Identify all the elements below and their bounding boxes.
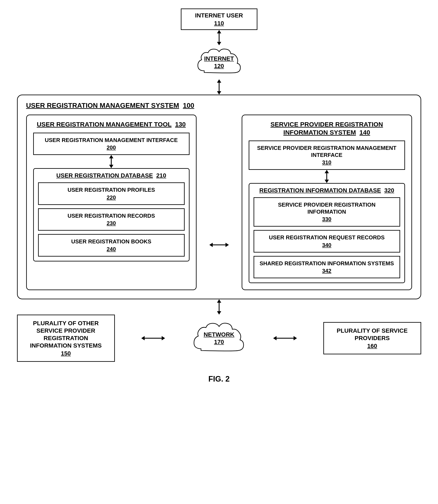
outer-system-container: USER REGISTRATION MANAGEMENT SYSTEM 100 … xyxy=(17,94,421,299)
arrowhead-down-1 xyxy=(217,42,221,45)
sp-reg-info-box: SERVICE PROVIDER REGISTRATION INFORMATIO… xyxy=(253,197,400,227)
horizontal-arrow-lr xyxy=(209,115,229,290)
arrowhead-down-4 xyxy=(325,180,329,183)
plurality-other-box: PLURALITY OF OTHER SERVICE PROVIDER REGI… xyxy=(17,315,115,362)
ur-inner-boxes: USER REGISTRATION PROFILES 220 USER REGI… xyxy=(38,182,185,257)
left-tool-label: USER REGISTRATION MANAGEMENT TOOL 130 xyxy=(37,120,186,128)
left-tool-number: 130 xyxy=(175,121,186,128)
arrowhead-up-3 xyxy=(109,155,113,158)
arrow-line-4 xyxy=(326,173,327,180)
ur-books-box: USER REGISTRATION BOOKS 240 xyxy=(38,234,185,257)
plurality-providers-number: 160 xyxy=(329,343,416,349)
arrow-h-double xyxy=(209,243,229,247)
internet-user-box: INTERNET USER 110 xyxy=(181,9,257,30)
ur-request-records-box: USER REGISTRATION REQUEST RECORDS 340 xyxy=(253,230,400,252)
ur-database-container: USER REGISTRATION DATABASE 210 USER REGI… xyxy=(33,168,189,262)
internet-cloud-svg xyxy=(196,45,242,79)
ur-database-number: 210 xyxy=(156,172,166,179)
shared-reg-number: 342 xyxy=(258,268,395,274)
arrowhead-down-2 xyxy=(217,91,221,94)
left-tool-label-text: USER REGISTRATION MANAGEMENT TOOL xyxy=(37,121,171,128)
ri-inner-boxes: SERVICE PROVIDER REGISTRATION INFORMATIO… xyxy=(253,197,400,278)
arrow-line-3 xyxy=(111,158,112,165)
ur-request-records-number: 340 xyxy=(258,242,395,249)
arrow-h-line-2 xyxy=(145,338,162,339)
left-tool-container: USER REGISTRATION MANAGEMENT TOOL 130 US… xyxy=(26,115,197,290)
arrow-internet-to-system xyxy=(217,79,221,94)
fig-label: FIG. 2 xyxy=(208,375,230,383)
sp-interface-label: SERVICE PROVIDER REGISTRATION MANAGEMENT… xyxy=(253,145,400,158)
ri-database-number: 320 xyxy=(384,187,394,194)
ur-profiles-number: 220 xyxy=(43,194,180,201)
plurality-providers-label: PLURALITY OF SERVICE PROVIDERS xyxy=(329,327,416,342)
arrow-network-to-other xyxy=(141,336,165,340)
ur-profiles-box: USER REGISTRATION PROFILES 220 xyxy=(38,182,185,205)
urm-interface-number: 200 xyxy=(38,144,185,151)
arrow-network-to-providers xyxy=(273,336,297,340)
ri-database-container: REGISTRATION INFORMATION DATABASE 320 SE… xyxy=(249,183,405,283)
bottom-section: PLURALITY OF OTHER SERVICE PROVIDER REGI… xyxy=(17,315,421,362)
plurality-other-label: PLURALITY OF OTHER SERVICE PROVIDER REGI… xyxy=(23,319,109,349)
right-tool-container: SERVICE PROVIDER REGISTRATION INFORMATIO… xyxy=(242,115,412,290)
arrow-sp-to-ri-db xyxy=(325,170,329,183)
internet-cloud: INTERNET 120 xyxy=(196,45,242,79)
plurality-other-number: 150 xyxy=(23,350,109,357)
sp-reg-info-number: 330 xyxy=(258,216,395,222)
ur-database-label-text: USER REGISTRATION DATABASE xyxy=(56,172,153,179)
network-cloud: NETWORK 170 xyxy=(191,319,247,357)
internet-user-number: 110 xyxy=(214,20,224,27)
ur-books-label: USER REGISTRATION BOOKS xyxy=(43,238,180,245)
arrow-line-1 xyxy=(219,33,219,42)
outer-system-label: USER REGISTRATION MANAGEMENT SYSTEM 100 xyxy=(26,102,412,109)
right-tool-number: 140 xyxy=(360,129,370,136)
arrow-urm-to-db xyxy=(109,155,113,168)
sp-interface-box: SERVICE PROVIDER REGISTRATION MANAGEMENT… xyxy=(249,140,405,170)
sp-reg-info-label: SERVICE PROVIDER REGISTRATION INFORMATIO… xyxy=(258,201,395,215)
internet-user-label: INTERNET USER xyxy=(195,12,243,19)
urm-interface-box: USER REGISTRATION MANAGEMENT INTERFACE 2… xyxy=(33,133,189,155)
inner-tools-row: USER REGISTRATION MANAGEMENT TOOL 130 US… xyxy=(26,115,412,290)
ur-database-label: USER REGISTRATION DATABASE 210 xyxy=(56,172,166,179)
ur-profiles-label: USER REGISTRATION PROFILES xyxy=(43,186,180,193)
arrowhead-down-3 xyxy=(109,165,113,168)
ur-books-number: 240 xyxy=(43,246,180,252)
arrow-line-2 xyxy=(219,83,219,91)
ur-records-label: USER REGISTRATION RECORDS xyxy=(43,212,180,219)
arrowhead-up-5 xyxy=(217,299,221,303)
ri-database-label-text: REGISTRATION INFORMATION DATABASE xyxy=(259,187,381,194)
arrowhead-left-3 xyxy=(273,336,276,340)
arrowhead-right-3 xyxy=(294,336,297,340)
arrow-line-5 xyxy=(219,303,219,311)
ri-database-label: REGISTRATION INFORMATION DATABASE 320 xyxy=(259,187,394,194)
arrowhead-left-1 xyxy=(209,243,213,247)
urm-interface-label: USER REGISTRATION MANAGEMENT INTERFACE xyxy=(38,137,185,144)
arrowhead-down-5 xyxy=(217,311,221,315)
ur-request-records-label: USER REGISTRATION REQUEST RECORDS xyxy=(258,234,395,241)
arrowhead-right-1 xyxy=(226,243,229,247)
outer-system-label-text: USER REGISTRATION MANAGEMENT SYSTEM xyxy=(26,102,179,109)
arrow-system-to-network xyxy=(217,299,221,315)
shared-reg-box: SHARED REGISTRATION INFORMATION SYSTEMS … xyxy=(253,256,400,278)
shared-reg-label: SHARED REGISTRATION INFORMATION SYSTEMS xyxy=(258,260,395,267)
diagram: INTERNET USER 110 INTERNET 120 USER REGI… xyxy=(13,9,425,383)
arrow-h-line-3 xyxy=(276,338,294,339)
arrow-h-line-1 xyxy=(213,244,226,245)
network-cloud-svg xyxy=(191,319,247,357)
arrowhead-up-1 xyxy=(217,30,221,33)
arrowhead-up-4 xyxy=(325,170,329,173)
sp-interface-number: 310 xyxy=(253,159,400,166)
ur-records-number: 230 xyxy=(43,220,180,227)
outer-system-number: 100 xyxy=(183,102,194,109)
arrowhead-left-2 xyxy=(141,336,145,340)
arrow-user-to-internet xyxy=(217,30,221,45)
ur-records-box: USER REGISTRATION RECORDS 230 xyxy=(38,208,185,231)
arrowhead-right-2 xyxy=(162,336,165,340)
arrowhead-up-2 xyxy=(217,79,221,83)
right-tool-label: SERVICE PROVIDER REGISTRATION INFORMATIO… xyxy=(249,120,405,136)
plurality-providers-box: PLURALITY OF SERVICE PROVIDERS 160 xyxy=(323,322,421,354)
